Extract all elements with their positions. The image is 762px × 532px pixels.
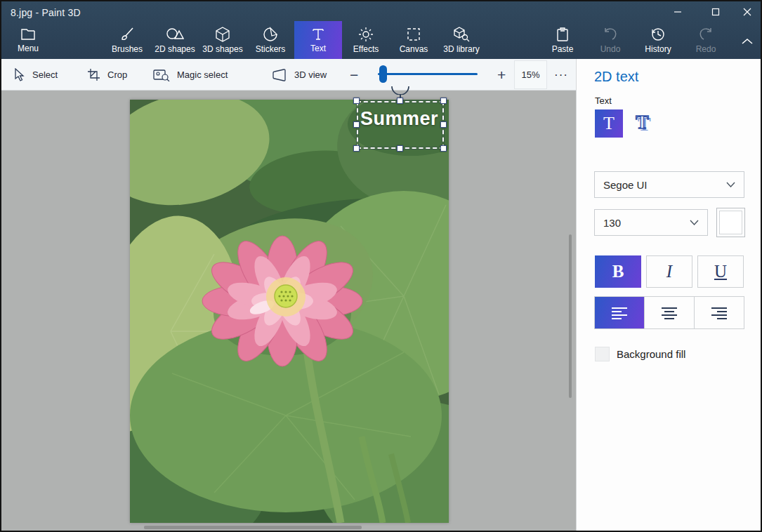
selection-handle-se[interactable] bbox=[440, 145, 447, 152]
cursor-icon bbox=[14, 68, 25, 81]
background-fill-checkbox[interactable] bbox=[595, 347, 610, 361]
tab-2d-shapes[interactable]: 2D shapes bbox=[151, 21, 199, 59]
2d-text-panel: 2D text Text T T T Segoe UI 130 B I U bbox=[576, 59, 761, 531]
zoom-slider-thumb[interactable] bbox=[379, 65, 387, 83]
font-size-select[interactable]: 130 bbox=[594, 209, 708, 236]
brush-icon bbox=[119, 27, 135, 42]
tab-stickers[interactable]: Stickers bbox=[247, 21, 294, 59]
3d-text-button[interactable]: T T bbox=[630, 109, 658, 138]
minimize-button[interactable] bbox=[664, 1, 691, 22]
minimize-icon bbox=[674, 8, 682, 16]
italic-label: I bbox=[666, 262, 672, 281]
canvas-label: Canvas bbox=[400, 44, 428, 54]
tab-text[interactable]: Text bbox=[294, 21, 342, 59]
undo-button: Undo bbox=[586, 21, 634, 59]
zoom-out-button[interactable]: − bbox=[350, 59, 358, 91]
stickers-label: Stickers bbox=[256, 44, 286, 54]
picture-wand-icon bbox=[153, 69, 170, 81]
align-right-button[interactable] bbox=[695, 297, 744, 328]
selection-handle-nw[interactable] bbox=[353, 98, 360, 104]
menu-folder-icon bbox=[20, 27, 36, 41]
tab-3d-library[interactable]: 3D library bbox=[438, 21, 485, 59]
align-right-icon bbox=[711, 307, 727, 319]
chevron-up-icon bbox=[742, 38, 753, 45]
font-family-select[interactable]: Segoe UI bbox=[594, 171, 744, 198]
menu-label: Menu bbox=[18, 44, 39, 53]
font-size-value: 130 bbox=[603, 217, 621, 229]
select-tool[interactable]: Select bbox=[14, 59, 58, 91]
maximize-icon bbox=[711, 8, 720, 16]
overlapping-shapes-icon bbox=[166, 27, 184, 42]
underline-label: U bbox=[714, 262, 727, 281]
align-left-button[interactable] bbox=[595, 297, 645, 328]
zoom-in-button[interactable]: + bbox=[497, 59, 506, 91]
plus-icon: + bbox=[497, 67, 506, 84]
close-button[interactable] bbox=[734, 1, 761, 22]
clipboard-icon bbox=[556, 27, 570, 42]
align-center-button[interactable] bbox=[645, 297, 695, 328]
underline-button[interactable]: U bbox=[697, 255, 744, 288]
tab-effects[interactable]: Effects bbox=[342, 21, 390, 59]
brushes-label: Brushes bbox=[112, 44, 143, 54]
close-icon bbox=[743, 8, 751, 16]
redo-label: Redo bbox=[696, 44, 716, 54]
collapse-ribbon-button[interactable] bbox=[736, 32, 758, 51]
effects-label: Effects bbox=[353, 44, 379, 54]
app-header: 8.jpg - Paint 3D Menu Brushes 2D shapes bbox=[1, 1, 761, 59]
undo-label: Undo bbox=[600, 44, 621, 54]
chevron-down-icon bbox=[690, 220, 699, 225]
maximize-button[interactable] bbox=[702, 1, 729, 22]
text-color-swatch[interactable] bbox=[716, 208, 745, 237]
magic-select-tool[interactable]: Magic select bbox=[153, 59, 228, 91]
crop-label: Crop bbox=[107, 69, 127, 80]
canvas-area[interactable] bbox=[1, 91, 576, 531]
edit-toolbar: Select Crop Magic select 3D view − + bbox=[1, 59, 576, 91]
tab-canvas[interactable]: Canvas bbox=[390, 21, 438, 59]
2d-text-button[interactable]: T bbox=[595, 109, 623, 138]
magic-select-label: Magic select bbox=[177, 69, 228, 80]
cube-icon bbox=[215, 27, 230, 42]
2d-text-icon: T bbox=[603, 113, 615, 134]
tab-brushes[interactable]: Brushes bbox=[103, 21, 151, 59]
canvas-text-object[interactable]: Summer bbox=[360, 108, 438, 130]
bold-button[interactable]: B bbox=[595, 255, 641, 288]
font-family-value: Segoe UI bbox=[603, 179, 648, 191]
clock-icon bbox=[650, 27, 666, 42]
3d-shapes-label: 3D shapes bbox=[202, 44, 242, 54]
2d-shapes-label: 2D shapes bbox=[155, 44, 195, 54]
tab-3d-shapes[interactable]: 3D shapes bbox=[199, 21, 247, 59]
redo-arrow-icon bbox=[698, 27, 714, 42]
horizontal-scrollbar[interactable] bbox=[144, 526, 362, 529]
window-title: 8.jpg - Paint 3D bbox=[11, 7, 81, 18]
history-label: History bbox=[645, 44, 671, 54]
sun-icon bbox=[358, 27, 374, 42]
color-white bbox=[719, 211, 742, 234]
perspective-icon bbox=[272, 69, 287, 81]
selection-handle-e[interactable] bbox=[440, 121, 447, 128]
italic-button[interactable]: I bbox=[646, 255, 692, 288]
selection-handle-w[interactable] bbox=[353, 121, 360, 128]
text-section-label: Text bbox=[595, 95, 612, 106]
align-left-icon bbox=[612, 307, 627, 319]
redo-button: Redo bbox=[682, 21, 730, 59]
menu-button[interactable]: Menu bbox=[4, 21, 52, 59]
alignment-group bbox=[594, 296, 744, 329]
more-options-button[interactable]: ··· bbox=[549, 59, 573, 91]
zoom-level-value[interactable]: 15% bbox=[514, 60, 547, 89]
select-label: Select bbox=[32, 69, 58, 80]
crop-icon bbox=[87, 68, 100, 81]
selection-handle-sw[interactable] bbox=[353, 145, 360, 152]
peeled-circle-icon bbox=[263, 27, 278, 42]
3d-text-icon: T T bbox=[632, 112, 656, 135]
vertical-scrollbar[interactable] bbox=[569, 234, 572, 398]
history-button[interactable]: History bbox=[634, 21, 682, 59]
3d-view-tool[interactable]: 3D view bbox=[272, 59, 327, 91]
paste-button[interactable]: Paste bbox=[539, 21, 586, 59]
selection-handle-n[interactable] bbox=[397, 98, 403, 104]
selection-handle-s[interactable] bbox=[397, 145, 403, 152]
background-fill-label: Background fill bbox=[617, 348, 685, 360]
selection-handle-ne[interactable] bbox=[440, 98, 447, 104]
cube-magnifier-icon bbox=[453, 27, 470, 42]
zoom-slider-track[interactable] bbox=[378, 73, 478, 75]
crop-tool[interactable]: Crop bbox=[87, 59, 127, 91]
